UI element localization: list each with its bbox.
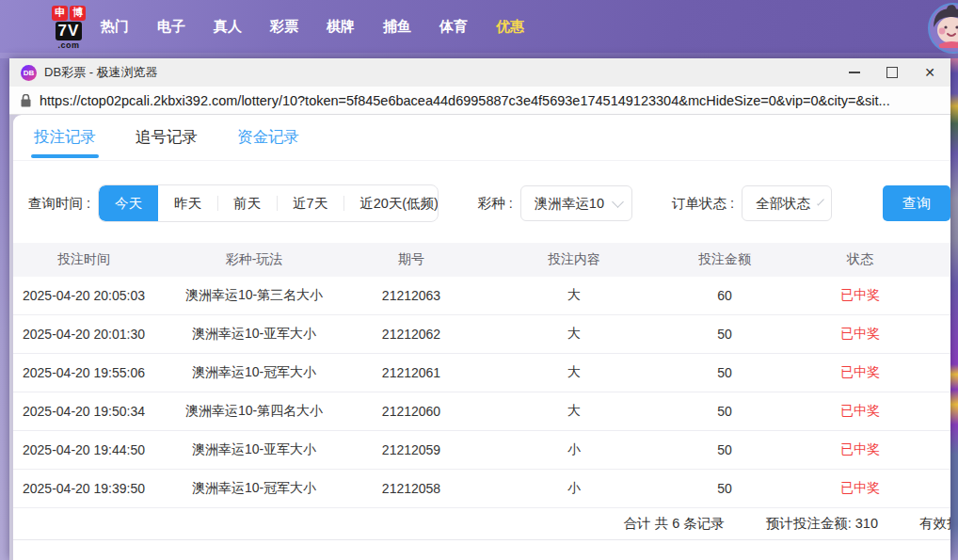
app-icon: DB [21,65,37,81]
table-row: 2025-04-20 20:01:30澳洲幸运10-亚军大小21212062大5… [13,315,950,354]
maximize-icon [886,67,898,78]
order-status-label: 订单状态 : [672,195,734,213]
page-edge-left [0,58,9,560]
page-content: 投注记录 追号记录 资金记录 查询时间 : 今天昨天前天近7天近20天(低频) … [9,115,950,560]
order-status-value: 全部状态 [756,195,810,213]
table-cell: 澳洲幸运10-第四名大小 [154,403,354,420]
table-cell: 小 [469,441,679,458]
column-header: 期号 [354,251,469,268]
screen: 申 博 7V .com 热门电子真人彩票棋牌捕鱼体育优惠 [0,0,958,560]
status-cell: 已中奖 [770,441,950,458]
lock-icon [21,94,31,107]
table-cell: 21212062 [354,327,469,342]
status-cell: 已中奖 [770,364,950,381]
avatar-illustration [930,5,958,48]
url-bar[interactable]: https://ctop02pcali.2kbxi392.com/lottery… [9,87,950,115]
logo-suffix: .com [57,41,79,50]
minimize-icon [849,72,860,73]
table-cell: 50 [679,365,770,380]
logo-badge-1: 申 [52,6,68,21]
table-cell: 21212060 [354,404,469,419]
time-range-option[interactable]: 昨天 [158,185,217,221]
order-status-select[interactable]: 全部状态 [742,185,832,221]
lottery-select[interactable]: 澳洲幸运10 [520,185,632,221]
nav-item[interactable]: 优惠 [496,18,524,36]
column-header: 彩种-玩法 [154,251,354,268]
table-cell: 2025-04-20 19:50:34 [13,404,154,419]
chevron-down-icon [612,196,624,208]
page-edge-right [950,58,958,560]
logo-badge-2: 博 [70,6,86,21]
status-cell: 已中奖 [770,326,950,343]
site-header: 申 博 7V .com 热门电子真人彩票棋牌捕鱼体育优惠 [0,0,958,58]
nav-item[interactable]: 真人 [214,18,242,36]
table-cell: 21212058 [354,481,469,496]
top-nav: 热门电子真人彩票棋牌捕鱼体育优惠 [101,18,524,36]
time-range-option[interactable]: 前天 [217,185,277,221]
table-cell: 澳洲幸运10-亚军大小 [154,326,354,343]
table-cell: 2025-04-20 20:01:30 [13,327,154,342]
table-cell: 大 [469,364,679,381]
table-cell: 澳洲幸运10-冠军大小 [154,364,354,381]
table-cell: 小 [469,480,679,497]
table-cell: 2025-04-20 19:39:50 [13,481,154,496]
time-range-option[interactable]: 今天 [99,185,158,221]
table-row: 2025-04-20 19:55:06澳洲幸运10-冠军大小21212061大5… [13,354,950,392]
table-header: 投注时间彩种-玩法期号投注内容投注金额状态 [13,243,950,277]
status-cell: 已中奖 [770,480,950,497]
time-range-option[interactable]: 近7天 [277,185,343,221]
table-row: 2025-04-20 19:44:50澳洲幸运10-亚军大小21212059小5… [13,431,950,470]
chevron-down-icon [817,198,824,205]
table-cell: 2025-04-20 19:55:06 [13,365,154,380]
table-cell: 50 [679,404,770,419]
column-header: 投注时间 [13,251,154,268]
table-row: 2025-04-20 19:50:34澳洲幸运10-第四名大小21212060大… [13,392,950,431]
column-header: 状态 [770,251,950,268]
status-cell: 已中奖 [770,287,950,304]
table-cell: 21212061 [354,365,469,380]
summary-total: 合计 共 6 条记录 [624,515,725,533]
table-cell: 大 [469,287,679,304]
query-button[interactable]: 查询 [883,185,950,221]
table-cell: 2025-04-20 20:05:03 [13,288,154,303]
nav-item[interactable]: 棋牌 [327,18,355,36]
maximize-button[interactable] [885,65,900,80]
time-range-segmented: 今天昨天前天近7天近20天(低频) [98,184,439,222]
table-cell: 2025-04-20 19:44:50 [13,442,154,457]
summary-valid-amount: 有效投注金额 [919,515,950,533]
summary-expected-amount: 预计投注金额: 310 [766,515,878,533]
table-cell: 21212063 [354,288,469,303]
status-cell: 已中奖 [770,403,950,420]
table-cell: 大 [469,326,679,343]
table-cell: 澳洲幸运10-第三名大小 [154,287,354,304]
window-title: DB彩票 - 极速浏览器 [44,64,847,81]
window-titlebar: DB DB彩票 - 极速浏览器 ✕ [9,58,950,87]
column-header: 投注金额 [679,251,770,268]
table-body: 2025-04-20 20:05:03澳洲幸运10-第三名大小21212063大… [13,277,950,508]
filter-row: 查询时间 : 今天昨天前天近7天近20天(低频) 彩种 : 澳洲幸运10 订单状… [13,184,950,222]
logo-name: 7V [56,22,83,40]
minimize-button[interactable] [847,65,862,80]
column-header: 投注内容 [469,251,679,268]
nav-item[interactable]: 彩票 [270,18,298,36]
records-card: 投注记录 追号记录 资金记录 查询时间 : 今天昨天前天近7天近20天(低频) … [13,115,950,560]
nav-item[interactable]: 热门 [101,18,129,36]
lottery-filter-label: 彩种 : [478,195,513,213]
close-button[interactable]: ✕ [922,65,937,80]
nav-item[interactable]: 电子 [157,18,185,36]
time-range-option[interactable]: 近20天(低频) [343,185,439,221]
summary-row: 合计 共 6 条记录 预计投注金额: 310 有效投注金额 [13,508,950,540]
nav-item[interactable]: 捕鱼 [383,18,411,36]
table-cell: 21212059 [354,442,469,457]
nav-item[interactable]: 体育 [439,18,468,36]
table-cell: 50 [679,481,770,496]
tab-bet-records[interactable]: 投注记录 [34,115,96,160]
bet-records-table: 投注时间彩种-玩法期号投注内容投注金额状态 2025-04-20 20:05:0… [13,243,950,508]
table-cell: 澳洲幸运10-亚军大小 [154,441,354,458]
table-cell: 60 [679,288,770,303]
table-cell: 50 [679,327,770,342]
table-cell: 50 [679,442,770,457]
tab-fund-records[interactable]: 资金记录 [237,115,299,160]
tab-chase-records[interactable]: 追号记录 [136,115,198,160]
site-logo[interactable]: 申 博 7V .com [52,6,86,50]
